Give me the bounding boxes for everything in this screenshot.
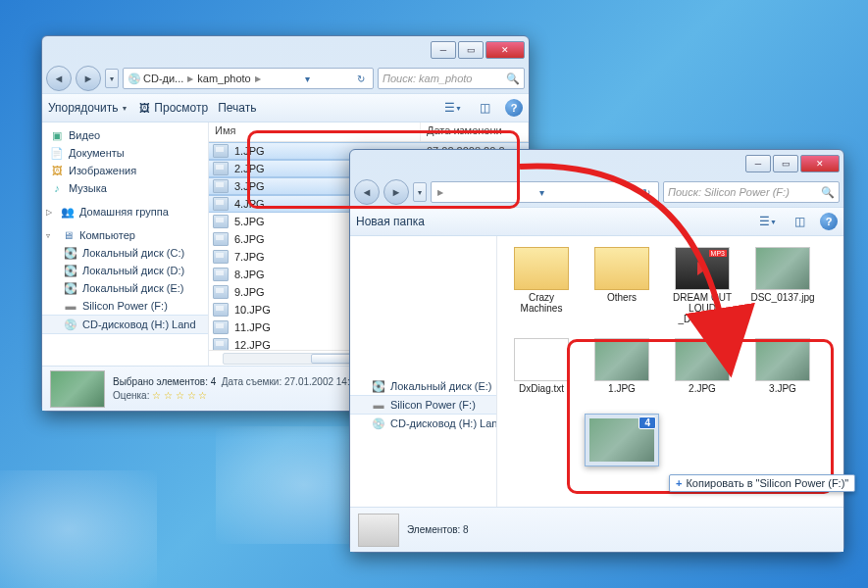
print-button[interactable]: Печать [218, 101, 256, 115]
titlebar[interactable]: ─ ▭ ✕ [350, 150, 843, 177]
file-icon [213, 303, 229, 317]
column-headers[interactable]: Имя Дата изменени [209, 122, 529, 142]
sidebar-item-music[interactable]: ♪Музыка [42, 179, 208, 197]
file-item[interactable]: DSC_0137.jpg [746, 244, 819, 327]
toolbar: Упорядочить▼ 🖼Просмотр Печать ☰ ▼ ◫ ? [42, 93, 529, 122]
breadcrumb-seg[interactable]: CD-ди... [143, 73, 183, 84]
sidebar-item-usb[interactable]: ▬Silicon Power (F:) [42, 297, 208, 315]
preview-pane-button[interactable]: ◫ [474, 98, 495, 118]
file-label: DSC_0137.jpg [750, 292, 814, 303]
sidebar-item-drive-e[interactable]: 💽Локальный диск (E:) [42, 279, 208, 297]
new-folder-button[interactable]: Новая папка [356, 215, 425, 228]
file-item[interactable]: Crazy Machines [505, 244, 578, 327]
plus-icon: + [676, 477, 682, 489]
refresh-button[interactable]: ↻ [353, 74, 369, 84]
drive-icon: 💽 [64, 281, 77, 295]
maximize-button[interactable]: ▭ [773, 155, 798, 172]
address-bar[interactable]: ▶ ▾ ↻ [431, 181, 659, 203]
nav-tree[interactable]: ▣Видео 📄Документы 🖼Изображения ♪Музыка ▷… [42, 122, 209, 366]
file-icon [213, 268, 229, 281]
rating-stars[interactable]: ☆ ☆ ☆ ☆ ☆ [152, 390, 207, 401]
drag-preview: 4 [585, 414, 659, 466]
drive-thumbnail [358, 514, 399, 547]
help-button[interactable]: ? [505, 99, 523, 117]
sidebar-item-drive-d[interactable]: 💽Локальный диск (D:) [42, 262, 208, 279]
drive-icon: 💿 [128, 72, 141, 85]
sidebar-item-usb[interactable]: ▬Silicon Power (F:) [350, 395, 496, 415]
forward-button[interactable]: ► [383, 179, 409, 205]
search-input[interactable]: Поиск: Silicon Power (F:) 🔍 [663, 181, 840, 203]
dropdown-icon[interactable]: ▾ [300, 74, 316, 84]
minimize-button[interactable]: ─ [431, 41, 456, 59]
folder-icon [514, 247, 569, 290]
file-icon [213, 338, 229, 350]
search-placeholder: Поиск: kam_photo [383, 73, 472, 84]
txt-icon [514, 338, 569, 381]
explorer-window-target: ─ ▭ ✕ ◄ ► ▾ ▶ ▾ ↻ Поиск: Silicon Power (… [349, 149, 844, 553]
organize-menu[interactable]: Упорядочить▼ [48, 101, 128, 115]
breadcrumb-seg[interactable]: kam_photo [197, 73, 250, 84]
file-icon [213, 144, 229, 158]
refresh-button[interactable]: ↻ [638, 187, 654, 198]
history-dropdown[interactable]: ▾ [413, 182, 427, 202]
close-button[interactable]: ✕ [800, 155, 840, 172]
details-pane: Элементов: 8 [350, 507, 843, 552]
search-icon: 🔍 [506, 73, 520, 85]
file-item[interactable]: MP3DREAM OUT LOUD _DM4.mp3 [666, 244, 739, 327]
file-item[interactable]: 2.JPG [666, 335, 739, 397]
preview-pane-button[interactable]: ◫ [789, 212, 810, 231]
back-button[interactable]: ◄ [46, 66, 72, 91]
sidebar-item-cd[interactable]: 💿CD-дисковод (H:) Land [42, 315, 208, 334]
sidebar-item-video[interactable]: ▣Видео [42, 126, 208, 144]
drop-tooltip-label: Копировать в "Silicon Power (F:)" [686, 477, 848, 489]
expand-icon[interactable]: ▷ [46, 208, 56, 217]
help-button[interactable]: ? [820, 213, 838, 230]
cd-icon: 💿 [64, 318, 77, 331]
sidebar-item-homegroup[interactable]: ▷👥Домашняя группа [42, 203, 208, 220]
address-bar[interactable]: 💿 CD-ди... ▶ kam_photo ▶ ▾ ↻ [123, 68, 374, 89]
file-icon [213, 250, 229, 264]
photo-icon [755, 338, 810, 381]
thumbnail [50, 370, 105, 408]
search-input[interactable]: Поиск: kam_photo 🔍 [378, 68, 525, 89]
preview-button[interactable]: 🖼Просмотр [137, 101, 208, 115]
sidebar-item-images[interactable]: 🖼Изображения [42, 162, 208, 179]
history-dropdown[interactable]: ▾ [105, 69, 119, 88]
file-label: 3.JPG [769, 383, 796, 394]
view-mode-button[interactable]: ☰ ▼ [442, 98, 464, 118]
file-item[interactable]: 1.JPG [586, 335, 658, 397]
sidebar-item-computer[interactable]: ▿🖥Компьютер [42, 226, 208, 244]
file-item[interactable]: Others [586, 244, 658, 327]
minimize-button[interactable]: ─ [745, 155, 771, 172]
sidebar-item-documents[interactable]: 📄Документы [42, 144, 208, 162]
selection-count: Выбрано элементов: 4 [113, 376, 216, 387]
collapse-icon[interactable]: ▿ [46, 231, 56, 240]
file-icon [213, 197, 229, 211]
sidebar-item-drive-c[interactable]: 💽Локальный диск (C:) [42, 244, 208, 262]
file-icons-view[interactable]: Crazy MachinesOthersMP3DREAM OUT LOUD _D… [497, 236, 843, 507]
photo-icon [594, 338, 649, 381]
drive-icon: 💽 [64, 246, 77, 260]
close-button[interactable]: ✕ [485, 41, 525, 59]
file-item[interactable]: 3.JPG [746, 335, 819, 397]
file-label: DREAM OUT LOUD _DM4.mp3 [669, 292, 736, 324]
image-icon: 🖼 [50, 164, 64, 177]
back-button[interactable]: ◄ [354, 179, 380, 205]
toolbar: Новая папка ☰ ▼ ◫ ? [350, 207, 843, 236]
chevron-right-icon: ▶ [255, 74, 261, 83]
nav-tree[interactable]: 💽Локальный диск (E:) ▬Silicon Power (F:)… [350, 236, 497, 507]
sidebar-item-cd[interactable]: 💿CD-дисковод (H:) Land [350, 415, 496, 432]
titlebar[interactable]: ─ ▭ ✕ [42, 36, 529, 64]
search-icon: 🔍 [821, 186, 835, 199]
forward-button[interactable]: ► [76, 66, 101, 91]
view-mode-button[interactable]: ☰ ▼ [757, 212, 779, 231]
dropdown-icon[interactable]: ▾ [535, 187, 550, 198]
maximize-button[interactable]: ▭ [458, 41, 484, 59]
video-icon: ▣ [50, 128, 64, 142]
usb-icon: ▬ [64, 299, 77, 313]
col-date[interactable]: Дата изменени [421, 122, 529, 141]
sidebar-item-drive-e[interactable]: 💽Локальный диск (E:) [350, 377, 496, 395]
file-item[interactable]: DxDiag.txt [505, 335, 578, 397]
item-count: Элементов: 8 [407, 524, 469, 535]
col-name[interactable]: Имя [209, 122, 421, 141]
